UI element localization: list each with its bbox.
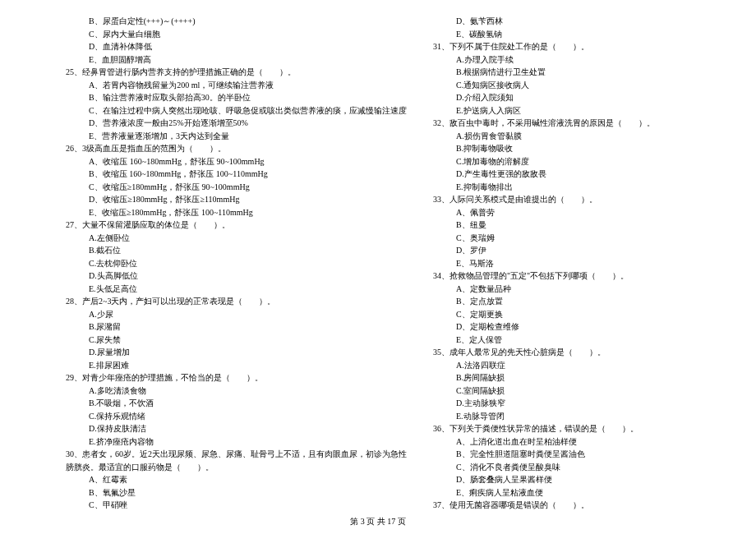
option-line: B、收缩压 160~180mmHg，舒张压 100~110mmHg xyxy=(66,168,407,181)
option-line: B、输注营养液时应取头部抬高30。的半卧位 xyxy=(66,91,407,104)
option-line: E.头低足高位 xyxy=(66,283,407,296)
option-line: D.产生毒性更强的敌敌畏 xyxy=(433,168,690,181)
option-line: A.损伤胃食管黏膜 xyxy=(433,130,690,143)
option-line: A、红霉素 xyxy=(66,473,407,486)
question-line: 26、3级高血压是指血压的范围为（ ）。 xyxy=(66,142,407,155)
question-line: 35、成年人最常见的先天性心脏病是（ ）。 xyxy=(433,346,690,359)
option-line: D.保持皮肤清洁 xyxy=(66,422,407,435)
option-line: A、佩普劳 xyxy=(433,206,690,219)
question-line: 31、下列不属于住院处工作的是（ ）。 xyxy=(433,40,690,53)
option-line: C、收缩压≥180mmHg，舒张压 90~100mmHg xyxy=(66,181,407,194)
option-line: E、马斯洛 xyxy=(433,257,690,270)
option-line: B、尿蛋白定性(+++)～(++++) xyxy=(66,15,407,28)
left-column: B、尿蛋白定性(+++)～(++++)C、尿内大量白细胞D、血清补体降低E、血胆… xyxy=(66,15,407,512)
option-line: E、碳酸氢钠 xyxy=(433,28,690,41)
option-line: D.头高脚低位 xyxy=(66,269,407,283)
option-line: D.尿量增加 xyxy=(66,346,407,359)
option-line: C、在输注过程中病人突然出现呛咳、呼吸急促或咳出类似营养液的痰，应减慢输注速度 xyxy=(66,104,407,117)
option-line: E、定人保管 xyxy=(433,334,690,347)
question-line: 29、对青少年痤疮的护理措施，不恰当的是（ ）。 xyxy=(66,371,407,384)
option-line: E.抑制毒物排出 xyxy=(433,181,690,194)
option-line: C.增加毒物的溶解度 xyxy=(433,155,690,168)
option-line: E.排尿困难 xyxy=(66,359,407,372)
option-line: C.尿失禁 xyxy=(66,334,407,347)
option-line: B、定点放置 xyxy=(433,295,690,308)
option-line: A、定数量品种 xyxy=(433,283,690,296)
option-line: C.去枕仰卧位 xyxy=(66,257,407,270)
option-line: A、收缩压 160~180mmHg，舒张压 90~100mmHg xyxy=(66,155,407,168)
option-line: D、收缩压≥180mmHg，舒张压≥110mmHg xyxy=(66,193,407,206)
option-line: A.办理入院手续 xyxy=(433,53,690,67)
option-line: C、甲硝唑 xyxy=(66,499,407,512)
question-line: 32、敌百虫中毒时，不采用碱性溶液洗胃的原因是（ ）。 xyxy=(433,117,690,130)
option-line: E.护送病人入病区 xyxy=(433,104,690,117)
option-line: C.室间隔缺损 xyxy=(433,384,690,398)
option-line: B、纽曼 xyxy=(433,219,690,232)
option-line: E.挤净痤疮内容物 xyxy=(66,435,407,449)
option-line: D、血清补体降低 xyxy=(66,40,407,53)
question-line: 25、经鼻胃管进行肠内营养支持的护理措施正确的是（ ）。 xyxy=(66,66,407,79)
option-line: A、若胃内容物残留量为200 ml，可继续输注营养液 xyxy=(66,79,407,92)
question-line: 28、产后2~3天内，产妇可以出现的正常表现是（ ）。 xyxy=(66,295,407,308)
option-line: D、定期检查维修 xyxy=(433,320,690,334)
option-line: D、罗伊 xyxy=(433,244,690,257)
option-line: B、完全性胆道阻塞时粪便呈酱油色 xyxy=(433,448,690,461)
option-line: B.不吸烟，不饮酒 xyxy=(66,397,407,410)
option-line: E、痢疾病人呈粘液血便 xyxy=(433,486,690,499)
option-line: C、尿内大量白细胞 xyxy=(66,28,407,41)
option-line: A、上消化道出血在时呈柏油样便 xyxy=(433,435,690,449)
option-line: C、奥瑞姆 xyxy=(433,232,690,245)
option-line: E、血胆固醇增高 xyxy=(66,53,407,67)
question-line: 30、患者女，60岁。近2天出现尿频、尿急、尿痛、耻骨弓上不适，且有肉眼血尿，初… xyxy=(66,448,407,461)
question-line: 膀胱炎。最适宜的口服药物是（ ）。 xyxy=(66,461,407,474)
question-line: 36、下列关于粪便性状异常的描述，错误的是（ ）。 xyxy=(433,422,690,435)
question-line: 37、使用无菌容器哪项是错误的（ ）。 xyxy=(433,499,690,512)
question-line: 34、抢救物品管理的"五定"不包括下列哪项（ ）。 xyxy=(433,269,690,283)
option-line: B.抑制毒物吸收 xyxy=(433,142,690,155)
option-line: D、营养液浓度一般由25%开始逐渐增至50% xyxy=(66,117,407,130)
option-line: B.房间隔缺损 xyxy=(433,371,690,384)
option-line: A.法洛四联症 xyxy=(433,359,690,372)
option-line: A.左侧卧位 xyxy=(66,232,407,245)
option-line: E.动脉导管闭 xyxy=(433,410,690,423)
right-column: D、氨苄西林E、碳酸氢钠31、下列不属于住院处工作的是（ ）。A.办理入院手续B… xyxy=(433,15,690,512)
option-line: A.多吃清淡食物 xyxy=(66,384,407,398)
option-line: B.根据病情进行卫生处置 xyxy=(433,66,690,79)
page-footer: 第 3 页 共 17 页 xyxy=(0,516,756,527)
option-line: C、消化不良者粪便呈酸臭味 xyxy=(433,461,690,474)
option-line: B.截石位 xyxy=(66,244,407,257)
question-line: 33、人际问关系模式是由谁提出的（ ）。 xyxy=(433,193,690,206)
option-line: E、营养液量逐渐增加，3天内达到全量 xyxy=(66,130,407,143)
option-line: B.尿潴留 xyxy=(66,320,407,334)
option-line: D.介绍入院须知 xyxy=(433,91,690,104)
option-line: C、定期更换 xyxy=(433,308,690,321)
option-line: C.保持乐观情绪 xyxy=(66,410,407,423)
option-line: A.少尿 xyxy=(66,308,407,321)
option-line: E、收缩压≥180mmHg，舒张压 100~110mmHg xyxy=(66,206,407,219)
option-line: B、氧氟沙星 xyxy=(66,486,407,499)
option-line: D、肠套叠病人呈果酱样便 xyxy=(433,473,690,486)
question-line: 27、大量不保留灌肠应取的体位是（ ）。 xyxy=(66,219,407,232)
option-line: C.通知病区接收病人 xyxy=(433,79,690,92)
option-line: D、氨苄西林 xyxy=(433,15,690,28)
option-line: D.主动脉狭窄 xyxy=(433,397,690,410)
